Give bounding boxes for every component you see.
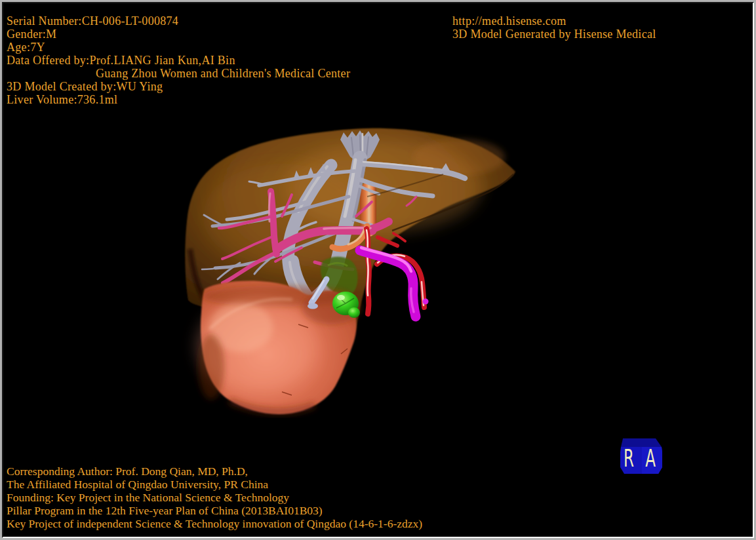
medical-3d-viewer-window: R A Serial Number:CH-006-LT-000874 Gende…	[0, 0, 756, 540]
liver-volume-text: Liver Volume:736.1ml	[7, 93, 350, 106]
window-frame: R A Serial Number:CH-006-LT-000874 Gende…	[0, 0, 756, 540]
website-url-text: http://med.hisense.com	[452, 14, 656, 28]
orientation-cube: R A	[620, 438, 662, 474]
3d-viewport[interactable]: R A Serial Number:CH-006-LT-000874 Gende…	[2, 2, 754, 538]
cube-letter-a: A	[645, 444, 656, 472]
credits-block: Corresponding Author: Prof. Dong Qian, M…	[7, 465, 422, 530]
age-text: Age:7Y	[7, 41, 350, 54]
model-creator-text: 3D Model Created by:WU Ying	[7, 80, 350, 93]
serial-number-text: Serial Number:CH-006-LT-000874	[7, 14, 350, 28]
funding-text-1: Founding: Key Project in the National Sc…	[7, 491, 422, 504]
patient-info-block: Serial Number:CH-006-LT-000874 Gender:M …	[7, 14, 350, 106]
data-offered-org-text: Guang Zhou Women and Children's Medical …	[7, 67, 350, 80]
funding-text-3: Key Project of independent Science & Tec…	[7, 517, 422, 530]
data-offered-by-text: Data Offered by:Prof.LIANG Jian Kun,AI B…	[7, 54, 350, 67]
generated-by-text: 3D Model Generated by Hisense Medical	[452, 28, 656, 41]
affiliation-text: The Affiliated Hospital of Qingdao Unive…	[7, 478, 422, 491]
funding-text-2: Pillar Program in the 12th Five-year Pla…	[7, 504, 422, 517]
cube-letter-r: R	[624, 444, 634, 472]
gender-text: Gender:M	[7, 28, 350, 41]
corresponding-author-text: Corresponding Author: Prof. Dong Qian, M…	[7, 465, 422, 478]
vendor-info-block: http://med.hisense.com 3D Model Generate…	[452, 14, 656, 41]
render-canvas: R A Serial Number:CH-006-LT-000874 Gende…	[2, 2, 754, 538]
